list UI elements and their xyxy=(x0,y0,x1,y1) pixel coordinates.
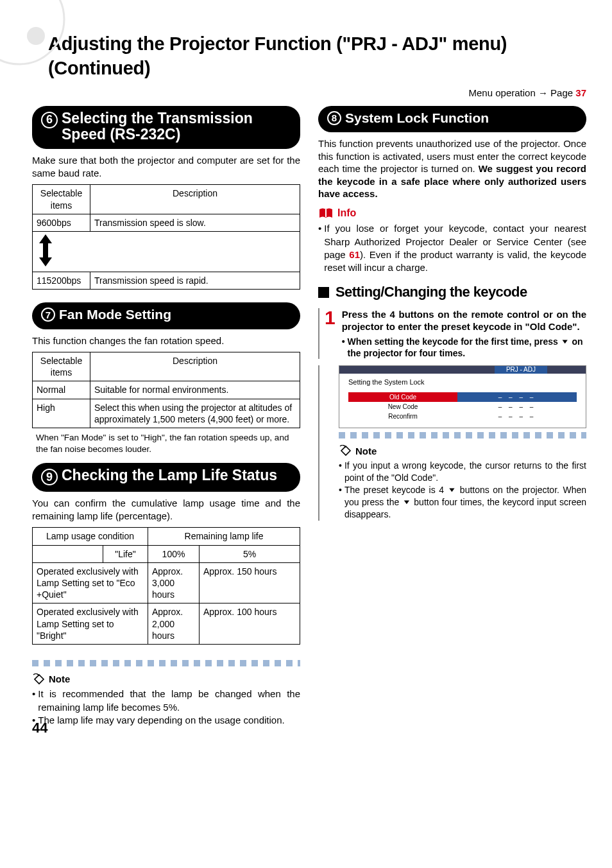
osd-rec-label: Reconfirm xyxy=(348,412,457,421)
osd-new-label: New Code xyxy=(348,402,457,412)
step-1-number: 1 xyxy=(325,308,336,359)
osd-old-label: Old Code xyxy=(348,392,457,402)
note-icon xyxy=(32,673,46,685)
rs232c-r2c1: 115200bps xyxy=(33,272,90,290)
lamp-r2c1: Operated exclusively with Lamp Setting s… xyxy=(33,603,148,645)
rs232c-h2: Description xyxy=(90,185,300,214)
table-row: Lamp usage conditionRemaining lamp life xyxy=(33,528,300,545)
list-item: •If you input a wrong keycode, the curso… xyxy=(339,460,586,484)
osd-new-value: – – – – xyxy=(498,403,536,410)
note-label-r: Note xyxy=(355,445,377,458)
fan-mode-note: When "Fan Mode" is set to "High", the fa… xyxy=(36,432,296,455)
rs232c-r1c1: 9600bps xyxy=(33,214,90,231)
keycode-note-1: If you input a wrong keycode, the cursor… xyxy=(344,460,586,484)
double-arrow-icon xyxy=(33,232,300,272)
table-row: Operated exclusively with Lamp Setting s… xyxy=(33,562,300,603)
section-6-intro: Make sure that both the projector and co… xyxy=(32,154,300,179)
osd-row-reconfirm: Reconfirm– – – – xyxy=(348,412,577,421)
lamp-notes: •It is recommended that the lamp be chan… xyxy=(32,688,300,727)
arrow-icon: → xyxy=(538,87,550,98)
lamp-sub1: "Life" xyxy=(103,545,148,562)
lamp-note-2: The lamp life may vary depending on the … xyxy=(38,714,284,727)
section-8-number: 8 xyxy=(327,111,341,125)
fan-r2c2: Select this when using the projector at … xyxy=(90,399,300,428)
section-7-header: 7 Fan Mode Setting xyxy=(32,302,300,329)
rs232c-table: Selectable itemsDescription 9600bpsTrans… xyxy=(32,184,300,290)
lamp-sub3: 5% xyxy=(200,545,300,562)
section-8-title: System Lock Function xyxy=(345,110,489,126)
section-9-intro: You can confirm the cumulative lamp usag… xyxy=(32,497,300,522)
info-page-link[interactable]: 61 xyxy=(349,249,360,260)
step-1-sub: •When setting the keycode for the first … xyxy=(342,336,586,359)
lamp-r1c2: Approx. 3,000 hours xyxy=(148,562,200,603)
note-header-r: Note xyxy=(339,445,586,458)
step-1: 1 Press the 4 buttons on the remote cont… xyxy=(318,308,586,359)
section-6-number: 6 xyxy=(41,112,58,128)
page-title: Adjusting the Projector Function ("PRJ -… xyxy=(48,32,586,80)
section-8-header: 8 System Lock Function xyxy=(318,106,586,132)
info-header: Info xyxy=(318,207,586,220)
section-7-title: Fan Mode Setting xyxy=(59,307,171,322)
left-column: 6 Selecting the Transmission Speed (RS-2… xyxy=(32,106,300,733)
menu-op-page-link[interactable]: 37 xyxy=(575,87,586,98)
section-9-title: Checking the Lamp Life Status xyxy=(62,467,277,483)
fan-r1c1: Normal xyxy=(33,381,90,399)
osd-row-new: New Code– – – – xyxy=(348,402,577,412)
fan-r2c1: High xyxy=(33,399,90,428)
table-row: 115200bpsTransmission speed is rapid. xyxy=(33,272,300,290)
table-row: Selectable itemsDescription xyxy=(33,352,300,381)
svg-point-1 xyxy=(27,27,45,45)
lamp-r1c3: Approx. 150 hours xyxy=(200,562,300,603)
lamp-h1: Lamp usage condition xyxy=(33,528,148,545)
section-9-number: 9 xyxy=(41,469,58,485)
note-icon xyxy=(339,445,353,456)
note-separator xyxy=(339,432,586,438)
fan-h2: Description xyxy=(90,352,300,381)
fan-mode-table: Selectable itemsDescription NormalSuitab… xyxy=(32,352,300,428)
subheading-text: Setting/Changing the keycode xyxy=(336,283,527,302)
rs232c-r1c2: Transmission speed is slow. xyxy=(90,214,300,231)
square-bullet-icon xyxy=(318,287,329,298)
section-6-title: Selecting the Transmission Speed (RS-232… xyxy=(62,110,291,143)
list-item: •If you lose or forget your keycode, con… xyxy=(318,222,586,274)
osd-title: Setting the System Lock xyxy=(348,378,577,386)
table-row: Selectable itemsDescription xyxy=(33,185,300,214)
list-item: •The lamp life may vary depending on the… xyxy=(32,714,300,727)
lamp-sub2: 100% xyxy=(148,545,200,562)
osd-tabbar: PRJ - ADJ xyxy=(339,366,586,374)
list-item: •The preset keycode is 4 ▼ buttons on th… xyxy=(339,484,586,521)
lamp-note-1: It is recommended that the lamp be chang… xyxy=(38,688,300,714)
down-triangle-icon: ▼ xyxy=(448,487,457,493)
down-triangle-icon: ▼ xyxy=(561,338,570,345)
table-row xyxy=(33,232,300,272)
table-row: 9600bpsTransmission speed is slow. xyxy=(33,214,300,231)
info-label: Info xyxy=(337,207,356,220)
note-separator xyxy=(32,660,300,666)
keycode-notes: •If you input a wrong keycode, the curso… xyxy=(339,460,586,520)
subheading: Setting/Changing the keycode xyxy=(318,283,586,302)
list-item: •It is recommended that the lamp be chan… xyxy=(32,688,300,714)
note-label: Note xyxy=(49,673,70,686)
section-8-intro: This function prevents unauthorized use … xyxy=(318,137,586,200)
page-number: 44 xyxy=(32,719,47,738)
lamp-r2c2: Approx. 2,000 hours xyxy=(148,603,200,645)
svg-rect-3 xyxy=(325,209,327,217)
osd-rec-value: – – – – xyxy=(498,413,536,420)
osd-row-old: Old Code– – – – xyxy=(348,392,577,402)
menu-op-page-word: Page xyxy=(550,87,575,98)
info-text: If you lose or forget your keycode, cont… xyxy=(324,222,586,274)
fan-h1: Selectable items xyxy=(33,352,90,381)
menu-operation-ref: Menu operation → Page 37 xyxy=(32,87,586,100)
lamp-r2c3: Approx. 100 hours xyxy=(200,603,300,645)
corner-ornament xyxy=(0,0,77,77)
right-column: 8 System Lock Function This function pre… xyxy=(318,106,586,733)
down-triangle-icon: ▼ xyxy=(402,499,411,505)
table-row: Operated exclusively with Lamp Setting s… xyxy=(33,603,300,645)
step-1-text: Press the 4 buttons on the remote contro… xyxy=(342,308,586,333)
note-header: Note xyxy=(32,673,300,686)
osd-old-value: – – – – xyxy=(498,394,536,401)
fan-r1c2: Suitable for normal environments. xyxy=(90,381,300,399)
info-list: •If you lose or forget your keycode, con… xyxy=(318,222,586,274)
rs232c-r2c2: Transmission speed is rapid. xyxy=(90,272,300,290)
lamp-r1c1: Operated exclusively with Lamp Setting s… xyxy=(33,562,148,603)
